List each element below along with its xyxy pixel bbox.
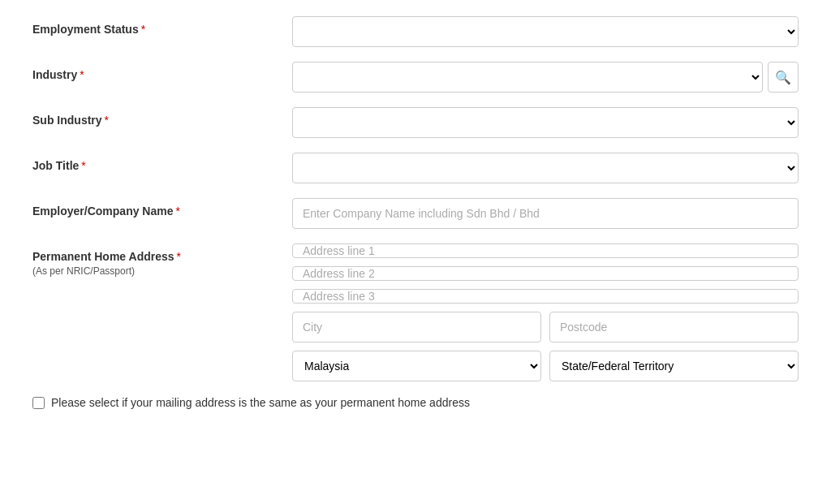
job-title-required: * bbox=[81, 159, 85, 172]
address-block: Malaysia State/Federal Territory bbox=[292, 243, 799, 381]
permanent-home-address-sub-label: (As per NRIC/Passport) bbox=[32, 265, 292, 277]
job-title-label: Job Title bbox=[32, 159, 79, 172]
address-line-3-input[interactable] bbox=[292, 289, 799, 304]
industry-row: Industry* 🔍 bbox=[32, 62, 799, 93]
city-input[interactable] bbox=[292, 312, 541, 342]
industry-label-col: Industry* bbox=[32, 62, 292, 81]
industry-required: * bbox=[80, 68, 84, 81]
employment-status-label: Employment Status bbox=[32, 23, 139, 36]
employment-status-label-col: Employment Status* bbox=[32, 16, 292, 36]
mailing-address-checkbox-row: Please select if your mailing address is… bbox=[32, 396, 799, 409]
employer-company-name-required: * bbox=[176, 205, 180, 218]
employer-company-name-control bbox=[292, 198, 799, 229]
search-icon: 🔍 bbox=[775, 70, 791, 85]
employer-company-name-input[interactable] bbox=[292, 198, 799, 229]
permanent-home-address-label: Permanent Home Address bbox=[32, 250, 174, 263]
job-title-control bbox=[292, 153, 799, 183]
employment-status-control bbox=[292, 16, 799, 47]
employer-company-name-label: Employer/Company Name bbox=[32, 205, 174, 218]
permanent-home-address-control: Malaysia State/Federal Territory bbox=[292, 243, 799, 381]
employment-status-required: * bbox=[141, 23, 145, 36]
mailing-address-checkbox[interactable] bbox=[32, 397, 45, 409]
employer-company-name-label-col: Employer/Company Name* bbox=[32, 198, 292, 218]
city-postcode-row bbox=[292, 312, 799, 342]
employment-status-row: Employment Status* bbox=[32, 16, 799, 47]
address-line-2-input[interactable] bbox=[292, 266, 799, 281]
permanent-home-address-row: Permanent Home Address* (As per NRIC/Pas… bbox=[32, 243, 799, 381]
job-title-row: Job Title* bbox=[32, 153, 799, 183]
sub-industry-select[interactable] bbox=[292, 107, 799, 138]
employment-status-select[interactable] bbox=[292, 16, 799, 47]
industry-label: Industry bbox=[32, 68, 77, 81]
permanent-home-address-required: * bbox=[177, 250, 181, 263]
industry-select[interactable] bbox=[292, 62, 763, 93]
sub-industry-control bbox=[292, 107, 799, 138]
country-select[interactable]: Malaysia bbox=[292, 351, 541, 381]
job-title-label-col: Job Title* bbox=[32, 153, 292, 172]
postcode-input[interactable] bbox=[549, 312, 799, 342]
industry-control: 🔍 bbox=[292, 62, 799, 93]
mailing-address-checkbox-label[interactable]: Please select if your mailing address is… bbox=[51, 396, 470, 409]
address-line-1-input[interactable] bbox=[292, 243, 799, 258]
job-title-select[interactable] bbox=[292, 153, 799, 183]
sub-industry-required: * bbox=[105, 114, 109, 127]
permanent-home-address-label-col: Permanent Home Address* (As per NRIC/Pas… bbox=[32, 243, 292, 277]
country-state-row: Malaysia State/Federal Territory bbox=[292, 351, 799, 381]
sub-industry-label: Sub Industry bbox=[32, 114, 102, 127]
employer-company-name-row: Employer/Company Name* bbox=[32, 198, 799, 229]
industry-search-button[interactable]: 🔍 bbox=[768, 62, 799, 93]
state-select[interactable]: State/Federal Territory bbox=[549, 351, 799, 381]
sub-industry-label-col: Sub Industry* bbox=[32, 107, 292, 127]
sub-industry-row: Sub Industry* bbox=[32, 107, 799, 138]
